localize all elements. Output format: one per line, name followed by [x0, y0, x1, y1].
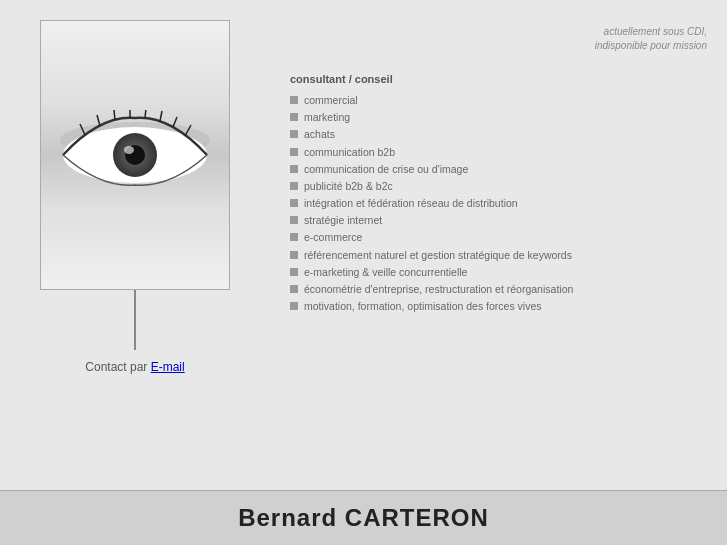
- email-link[interactable]: E-mail: [151, 360, 185, 374]
- svg-line-10: [160, 111, 162, 121]
- service-item: communication b2b: [290, 145, 707, 159]
- status-text: actuellement sous CDI, indisponible pour…: [290, 25, 707, 53]
- status-line1: actuellement sous CDI,: [604, 26, 707, 37]
- service-item: intégration et fédération réseau de dist…: [290, 196, 707, 210]
- left-panel: Contact par E-mail: [20, 20, 250, 490]
- eye-svg: [55, 110, 215, 200]
- status-line2: indisponible pour mission: [595, 40, 707, 51]
- portrait-box: [40, 20, 230, 290]
- consultant-title: consultant / conseil: [290, 73, 707, 85]
- service-item: achats: [290, 127, 707, 141]
- service-item: motivation, formation, optimisation des …: [290, 299, 707, 313]
- service-item: marketing: [290, 110, 707, 124]
- service-item: e-commerce: [290, 230, 707, 244]
- service-item: communication de crise ou d'image: [290, 162, 707, 176]
- service-item: référencement naturel et gestion stratég…: [290, 248, 707, 262]
- svg-line-7: [114, 110, 115, 120]
- contact-area: Contact par E-mail: [85, 360, 184, 374]
- right-panel: actuellement sous CDI, indisponible pour…: [250, 20, 707, 490]
- service-item: e-marketing & veille concurrentielle: [290, 265, 707, 279]
- contact-label: Contact par: [85, 360, 150, 374]
- line-stem: [134, 290, 136, 350]
- service-item: stratégie internet: [290, 213, 707, 227]
- footer-bar: Bernard CARTERON: [0, 490, 727, 545]
- eye-image: [41, 21, 229, 289]
- svg-point-4: [124, 146, 134, 154]
- footer-name: Bernard CARTERON: [238, 504, 489, 532]
- svg-line-9: [145, 110, 146, 118]
- service-item: commercial: [290, 93, 707, 107]
- main-content: Contact par E-mail actuellement sous CDI…: [0, 0, 727, 490]
- service-item: économétrie d'entreprise, restructuratio…: [290, 282, 707, 296]
- service-item: publicité b2b & b2c: [290, 179, 707, 193]
- services-list: commercialmarketingachatscommunication b…: [290, 93, 707, 313]
